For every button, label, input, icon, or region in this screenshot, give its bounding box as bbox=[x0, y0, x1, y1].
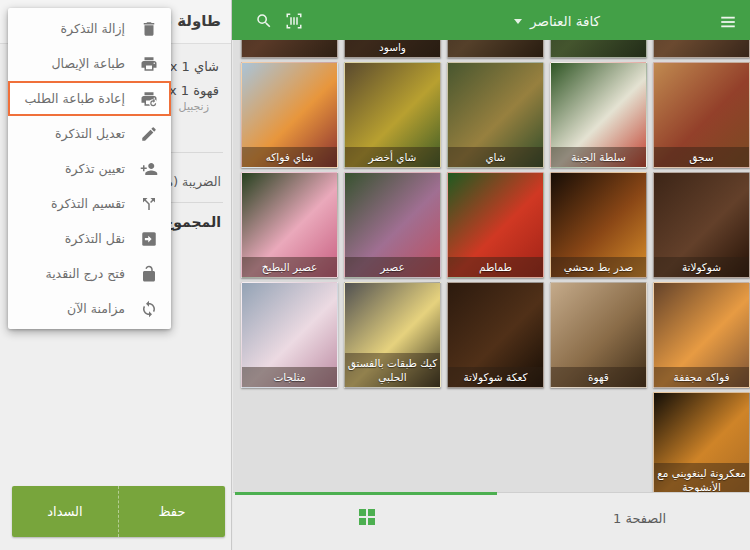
item-qty: x 1 bbox=[170, 59, 190, 74]
save-button[interactable]: حفظ bbox=[119, 486, 225, 537]
product-tile[interactable] bbox=[653, 40, 750, 58]
product-tile-label: سلطة الجبنة bbox=[551, 147, 646, 167]
hamburger-icon[interactable] bbox=[719, 13, 737, 31]
product-tile-label: شاي فواكه bbox=[242, 147, 337, 167]
trash-icon bbox=[140, 20, 158, 38]
product-tile-label: صدر بط محشي bbox=[551, 257, 646, 277]
pagination-bar: الصفحة 1 bbox=[233, 492, 750, 550]
product-tile[interactable]: شاي أخضر bbox=[344, 62, 441, 168]
product-tile-label: قهوة bbox=[551, 367, 646, 387]
reprint-icon bbox=[140, 90, 158, 108]
item-qty: x 1 bbox=[169, 83, 189, 98]
person-add-icon bbox=[140, 160, 158, 178]
grid-view-icon[interactable] bbox=[359, 509, 375, 525]
product-tile-label: مثلجات bbox=[242, 367, 337, 387]
pencil-icon bbox=[140, 125, 158, 143]
menu-item-4[interactable]: تعيين تذكرة bbox=[8, 151, 171, 186]
item-name: قهوة bbox=[193, 83, 219, 98]
page-indicator: الصفحة 1 bbox=[613, 511, 666, 526]
product-tile-label: شوكولاتة bbox=[654, 257, 749, 277]
menu-item-7[interactable]: فتح درج النقدية bbox=[8, 256, 171, 291]
forward-icon bbox=[140, 230, 158, 248]
product-tile[interactable]: كيك طبقات بالفستق الحلبي bbox=[344, 282, 441, 388]
menu-item-label: تعديل التذكرة bbox=[55, 126, 125, 141]
product-tile[interactable] bbox=[550, 40, 647, 58]
menu-item-0[interactable]: إزالة التذكرة bbox=[8, 11, 171, 46]
menu-item-label: نقل التذكرة bbox=[65, 231, 125, 246]
product-tile-label: طماطم bbox=[448, 257, 543, 277]
product-tile[interactable]: صدر بط محشي bbox=[550, 172, 647, 278]
product-tile-label: كعكة شوكولاتة bbox=[448, 367, 543, 387]
ticket-actions: السداد حفظ bbox=[12, 486, 225, 537]
barcode-icon[interactable] bbox=[285, 12, 303, 30]
menu-item-label: إعادة طباعة الطلب bbox=[25, 91, 125, 106]
pay-button[interactable]: السداد bbox=[12, 486, 119, 537]
product-tile[interactable]: فواكه مجففة bbox=[653, 282, 750, 388]
product-tile-label: عصير البطيخ bbox=[242, 257, 337, 277]
product-tile-label: فواكه مجففة bbox=[654, 367, 749, 387]
app-header: كافة العناصر bbox=[232, 0, 750, 40]
product-tile[interactable]: قهوة bbox=[550, 282, 647, 388]
menu-item-label: إزالة التذكرة bbox=[61, 21, 125, 36]
product-tile[interactable]: طماطم bbox=[447, 172, 544, 278]
product-tile[interactable]: شاي فواكه bbox=[241, 62, 338, 168]
product-grid: واسودشاي فواكهشاي أخضرشايسلطة الجبنةسجقع… bbox=[233, 40, 750, 492]
printer-icon bbox=[140, 55, 158, 73]
menu-item-label: تقسيم التذكرة bbox=[51, 196, 125, 211]
product-tile-label: شاي bbox=[448, 147, 543, 167]
menu-item-6[interactable]: نقل التذكرة bbox=[8, 221, 171, 256]
product-tile[interactable]: كعكة شوكولاتة bbox=[447, 282, 544, 388]
menu-item-label: مزامنة الآن bbox=[67, 301, 125, 316]
product-tile[interactable]: شاي bbox=[447, 62, 544, 168]
pos-app: طاولة 3 شاي x 1قهوة x 1زنجبيل الضريبة (م… bbox=[0, 0, 750, 550]
menu-item-label: فتح درج النقدية bbox=[45, 266, 125, 281]
product-tile[interactable]: عصير البطيخ bbox=[241, 172, 338, 278]
search-icon[interactable] bbox=[255, 12, 273, 30]
total-label: المجموع bbox=[164, 214, 221, 230]
scroll-indicator[interactable] bbox=[235, 492, 497, 495]
product-tile[interactable]: مثلجات bbox=[241, 282, 338, 388]
menu-item-label: تعيين تذكرة bbox=[65, 161, 125, 176]
menu-item-2[interactable]: إعادة طباعة الطلب bbox=[8, 81, 171, 116]
product-tile[interactable]: معكرونة لينغويني مع الأنشوجة bbox=[653, 392, 750, 492]
product-tile-label: شاي أخضر bbox=[345, 147, 440, 167]
product-tile-label: معكرونة لينغويني مع الأنشوجة bbox=[654, 463, 749, 492]
sync-icon bbox=[140, 300, 158, 318]
lock-open-icon bbox=[140, 265, 158, 283]
menu-item-1[interactable]: طباعة الإيصال bbox=[8, 46, 171, 81]
category-dropdown[interactable]: كافة العناصر bbox=[514, 10, 600, 32]
product-tile[interactable]: عصير bbox=[344, 172, 441, 278]
menu-item-3[interactable]: تعديل التذكرة bbox=[8, 116, 171, 151]
product-tile-label: سجق bbox=[654, 147, 749, 167]
product-tile[interactable]: شوكولاتة bbox=[653, 172, 750, 278]
product-tile[interactable] bbox=[241, 40, 338, 58]
product-tile-label: واسود bbox=[345, 40, 440, 57]
caret-down-icon bbox=[514, 19, 522, 24]
menu-item-8[interactable]: مزامنة الآن bbox=[8, 291, 171, 326]
product-tile[interactable]: سجق bbox=[653, 62, 750, 168]
product-tile[interactable] bbox=[447, 40, 544, 58]
product-tile-label: عصير bbox=[345, 257, 440, 277]
menu-item-5[interactable]: تقسيم التذكرة bbox=[8, 186, 171, 221]
split-icon bbox=[140, 195, 158, 213]
menu-item-label: طباعة الإيصال bbox=[52, 56, 125, 71]
product-tile[interactable]: واسود bbox=[344, 40, 441, 58]
item-name: شاي bbox=[194, 59, 219, 74]
category-label: كافة العناصر bbox=[530, 13, 600, 29]
ticket-context-menu: إزالة التذكرةطباعة الإيصالإعادة طباعة ال… bbox=[8, 8, 171, 329]
product-tile[interactable]: سلطة الجبنة bbox=[550, 62, 647, 168]
product-tile-label: كيك طبقات بالفستق الحلبي bbox=[345, 353, 440, 387]
